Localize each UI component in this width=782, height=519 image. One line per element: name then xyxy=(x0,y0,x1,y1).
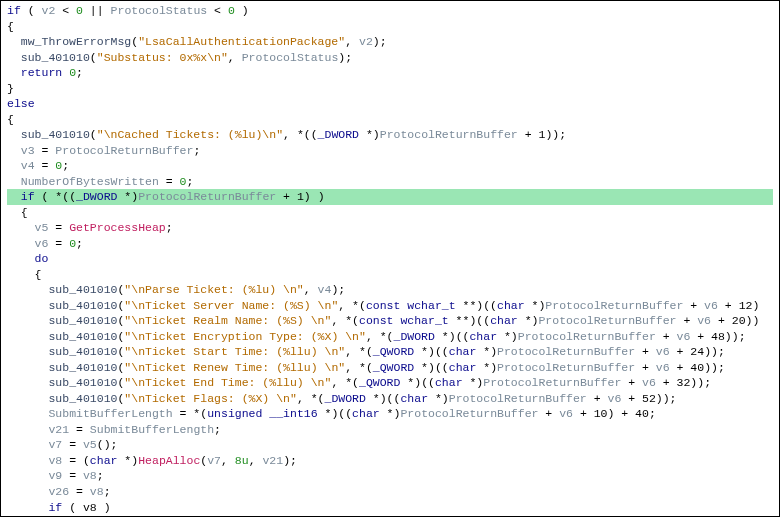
code-line: v7 = v5(); xyxy=(7,437,773,453)
code-line: return 0; xyxy=(7,65,773,81)
code-line: sub_401010("\nParse Ticket: (%lu) \n", v… xyxy=(7,282,773,298)
code-line: { xyxy=(7,112,773,128)
code-line: sub_401010("\nTicket Encryption Type: (%… xyxy=(7,329,773,345)
code-line: v3 = ProtocolReturnBuffer; xyxy=(7,143,773,159)
code-line: sub_401010("Substatus: 0x%x\n", Protocol… xyxy=(7,50,773,66)
code-line: if ( v2 < 0 || ProtocolStatus < 0 ) xyxy=(7,3,773,19)
code-line: v4 = 0; xyxy=(7,158,773,174)
code-line: do xyxy=(7,251,773,267)
code-line: mw_ThrowErrorMsg("LsaCallAuthenticationP… xyxy=(7,34,773,50)
code-line: { xyxy=(7,19,773,35)
highlighted-line: if ( *((_DWORD *)ProtocolReturnBuffer + … xyxy=(7,189,773,205)
code-line: v6 = 0; xyxy=(7,236,773,252)
code-line: v8 = (char *)HeapAlloc(v7, 8u, v21); xyxy=(7,453,773,469)
code-line: sub_401010("\nTicket Start Time: (%llu) … xyxy=(7,344,773,360)
code-frame: if ( v2 < 0 || ProtocolStatus < 0 ) { mw… xyxy=(0,0,780,517)
code-line: v5 = GetProcessHeap; xyxy=(7,220,773,236)
code-line: { xyxy=(7,267,773,283)
code-line: sub_401010("\nCached Tickets: (%lu)\n", … xyxy=(7,127,773,143)
code-line: else xyxy=(7,96,773,112)
code-line: { xyxy=(7,515,773,517)
code-line: sub_401010("\nTicket End Time: (%llu) \n… xyxy=(7,375,773,391)
code-line: sub_401010("\nTicket Realm Name: (%S) \n… xyxy=(7,313,773,329)
code-line: v21 = SubmitBufferLength; xyxy=(7,422,773,438)
code-line: { xyxy=(7,205,773,221)
code-line: v26 = v8; xyxy=(7,484,773,500)
code-line: } xyxy=(7,81,773,97)
code-line: sub_401010("\nTicket Flags: (%X) \n", *(… xyxy=(7,391,773,407)
code-line: SubmitBufferLength = *(unsigned __int16 … xyxy=(7,406,773,422)
code-line: if ( v8 ) xyxy=(7,500,773,516)
code-line: NumberOfBytesWritten = 0; xyxy=(7,174,773,190)
code-line: v9 = v8; xyxy=(7,468,773,484)
code-line: sub_401010("\nTicket Server Name: (%S) \… xyxy=(7,298,773,314)
code-line: sub_401010("\nTicket Renew Time: (%llu) … xyxy=(7,360,773,376)
